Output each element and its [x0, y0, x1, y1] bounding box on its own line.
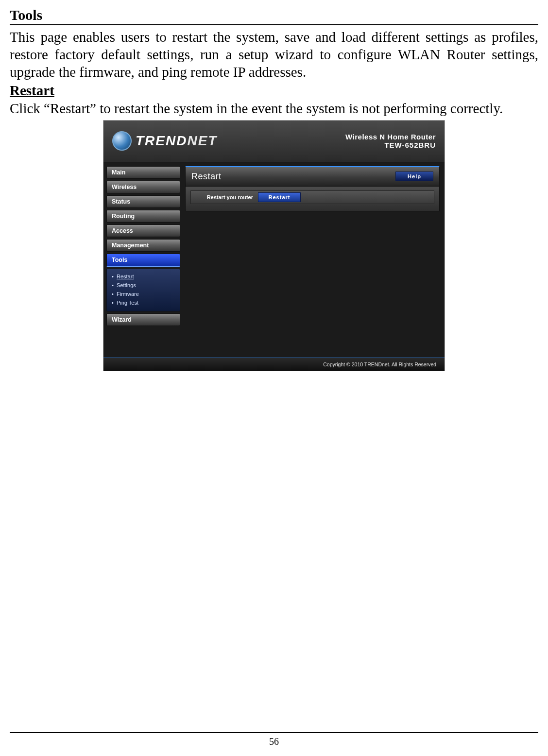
section-title: Tools — [10, 6, 538, 25]
nav-tools[interactable]: Tools — [106, 254, 180, 267]
content-area: Restart Help Restart you router Restart — [183, 162, 445, 358]
panel-titlebar: Restart Help — [185, 166, 440, 187]
nav-management[interactable]: Management — [106, 239, 180, 252]
tools-submenu: Restart Settings Firmware Ping Test — [106, 269, 180, 311]
product-name: Wireless N Home Router — [345, 133, 436, 141]
panel-body: Restart you router Restart — [185, 187, 440, 211]
nav-main[interactable]: Main — [106, 166, 180, 179]
nav-access[interactable]: Access — [106, 224, 180, 237]
copyright-text: Copyright © 2010 TRENDnet. All Rights Re… — [323, 361, 438, 367]
product-model: TEW-652BRU — [345, 141, 436, 149]
brand-light: NET — [187, 133, 217, 148]
brand-name: TRENDNET — [136, 133, 217, 149]
nav-wizard[interactable]: Wizard — [106, 313, 180, 326]
nav-wireless[interactable]: Wireless — [106, 181, 180, 193]
subnav-firmware[interactable]: Firmware — [112, 290, 175, 298]
intro-paragraph: This page enables users to restart the s… — [10, 28, 538, 81]
restart-row-label: Restart you router — [195, 194, 253, 200]
sidebar: Main Wireless Status Routing Access Mana… — [103, 162, 183, 358]
brand-strong: TREND — [136, 133, 187, 148]
panel-title: Restart — [191, 172, 222, 182]
brand-logo: TRENDNET — [112, 131, 217, 151]
brand-orb-icon — [112, 131, 132, 151]
help-button[interactable]: Help — [395, 172, 433, 181]
restart-row: Restart you router Restart — [190, 190, 434, 204]
router-header: TRENDNET Wireless N Home Router TEW-652B… — [103, 120, 445, 162]
nav-status[interactable]: Status — [106, 195, 180, 208]
page-number: 56 — [269, 736, 279, 747]
page-footer: 56 — [10, 732, 538, 747]
router-footer: Copyright © 2010 TRENDnet. All Rights Re… — [103, 358, 445, 371]
subnav-pingtest[interactable]: Ping Test — [112, 298, 175, 307]
header-right: Wireless N Home Router TEW-652BRU — [345, 133, 436, 149]
subnav-settings[interactable]: Settings — [112, 281, 175, 290]
router-admin-screenshot: TRENDNET Wireless N Home Router TEW-652B… — [103, 120, 445, 371]
restart-subheading: Restart — [10, 82, 538, 99]
restart-button[interactable]: Restart — [258, 192, 301, 202]
router-body: Main Wireless Status Routing Access Mana… — [103, 162, 445, 358]
restart-paragraph: Click “Restart” to restart the system in… — [10, 100, 538, 117]
nav-routing[interactable]: Routing — [106, 210, 180, 223]
subnav-restart[interactable]: Restart — [112, 272, 175, 281]
